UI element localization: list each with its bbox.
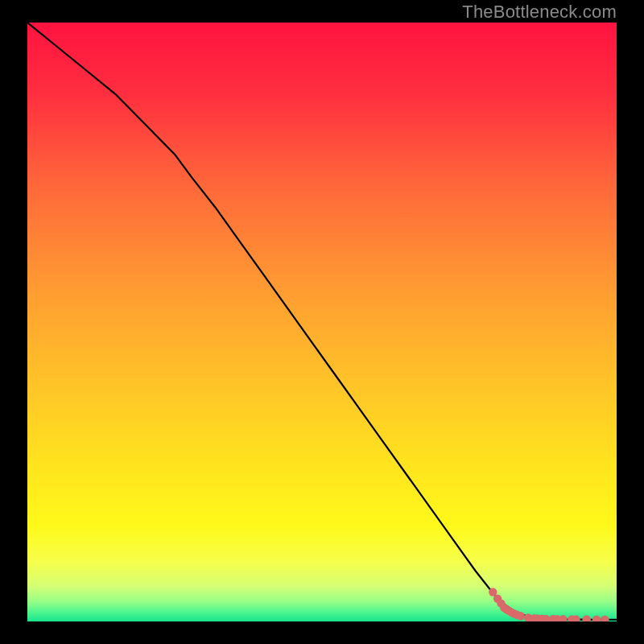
plot-area [27,23,617,621]
scatter-point [516,612,524,620]
watermark-label: TheBottleneck.com [462,2,617,23]
chart-svg [27,23,617,621]
chart-frame: TheBottleneck.com [0,0,644,644]
gradient-background [27,23,617,621]
